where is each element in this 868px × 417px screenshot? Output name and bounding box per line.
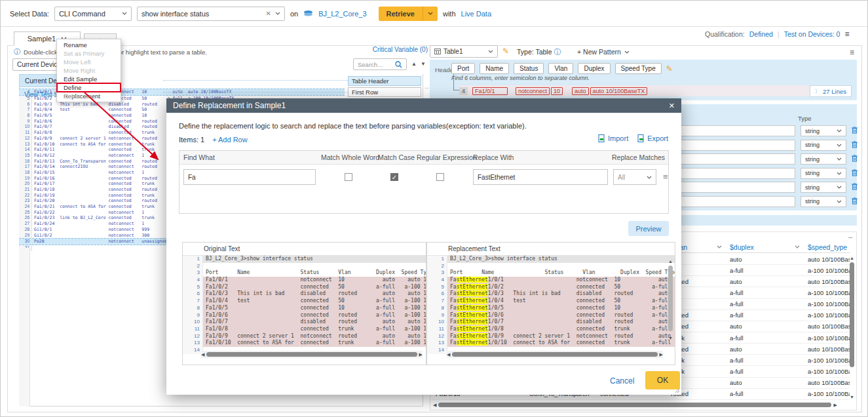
column-chip-vlan[interactable]: Vlan [548, 63, 573, 74]
variable-type-select[interactable]: string [801, 182, 846, 193]
panel-menu-icon[interactable]: ≡ [850, 48, 854, 57]
add-row-button[interactable]: + Add Row [212, 136, 248, 144]
drag-handle-icon[interactable]: ≡ [663, 172, 668, 182]
vertical-scrollbar[interactable] [668, 266, 673, 331]
code-line: 12FastEthernet1/0/9 connect 2 server 1 n… [427, 333, 675, 340]
scroll-left-icon[interactable]: ◀ [447, 352, 450, 357]
pattern-cell[interactable]: auto [572, 87, 589, 95]
retrieve-dropdown[interactable] [423, 7, 438, 21]
edit-columns-icon[interactable]: ✎ [666, 64, 673, 73]
cancel-button[interactable]: Cancel [610, 376, 634, 386]
line-number: 8 [427, 305, 447, 312]
delete-variable-icon[interactable] [852, 127, 858, 135]
select-data-label: Select Data: [10, 10, 49, 18]
scroll-right-icon[interactable]: ▶ [660, 352, 663, 357]
replace-matches-select[interactable]: All [613, 169, 656, 185]
regular-expression-checkbox[interactable] [436, 173, 444, 181]
variable-type-select[interactable]: string [801, 125, 846, 136]
scroll-right-icon[interactable]: ▶ [833, 403, 837, 408]
code-line: 8Fa1/0/5 connected 10 a-full a-100 10/10… [183, 305, 426, 312]
column-chip-name[interactable]: Name [480, 63, 509, 74]
lines-expander[interactable]: 〉 27 Lines [810, 85, 852, 97]
retrieve-button[interactable]: Retrieve [379, 7, 438, 21]
menu-item-edit-sample[interactable]: Edit Sample [57, 75, 121, 83]
variable-column-speed_type[interactable]: $speed_type [802, 243, 850, 251]
sort-down-icon[interactable]: ▼ [421, 61, 426, 67]
line-number: 25 [19, 210, 32, 216]
line-text: Fa1/0/2 connected 50 a-full a-100 10/100… [203, 284, 426, 291]
column-chip-status[interactable]: Status [514, 63, 544, 74]
pattern-sample-row[interactable]: 4 Fa1/0/1 notconnect 10 auto auto 10/100… [459, 85, 813, 96]
new-pattern-button[interactable]: + New Pattern [577, 48, 630, 56]
line-number: 24 [19, 204, 32, 210]
scroll-up-icon[interactable]: ▲ [850, 256, 854, 260]
match-whole-word-checkbox[interactable] [345, 173, 352, 181]
collapse-icon[interactable]: – [848, 233, 852, 241]
line-number: 11 [19, 130, 32, 136]
original-text-panel: Original Text 1BJ_L2_Core_3>show interfa… [182, 242, 426, 365]
pattern-cell[interactable]: Fa1/0/1 [472, 87, 508, 95]
data-type-select[interactable]: CLI Command [54, 7, 132, 21]
critical-variable-link[interactable]: Critical Variable (0) [360, 46, 428, 53]
live-data-link[interactable]: Live Data [461, 10, 491, 18]
column-chip-speed-type[interactable]: Speed Type [615, 63, 662, 74]
import-button[interactable]: Import [598, 134, 628, 142]
edit-table-icon[interactable]: ✎ [502, 47, 509, 56]
code-line: 13FastEthernet1/0/10 connect to ASA for … [427, 340, 675, 347]
table-selector[interactable]: Table1 [430, 45, 498, 58]
scroll-down-icon[interactable]: ▼ [850, 395, 854, 399]
export-button[interactable]: Export [637, 134, 668, 142]
sort-up-icon[interactable]: ▲ [411, 61, 417, 67]
find-what-input[interactable]: Fa [183, 169, 316, 185]
ok-button[interactable]: OK [645, 371, 680, 389]
scroll-right-icon[interactable]: ▶ [419, 352, 423, 357]
variable-type-select[interactable]: string [801, 196, 846, 207]
variable-type-select[interactable]: string [801, 140, 846, 151]
anchor-table-header[interactable]: Table Header [348, 76, 421, 86]
line-number: 3 [427, 269, 447, 277]
horizontal-scrollbar[interactable]: ◀ ▶ [201, 351, 423, 358]
variable-type-select[interactable]: string [801, 168, 846, 179]
scroll-down-icon[interactable]: ▼ [668, 336, 673, 340]
dialog-header[interactable]: Define Replacement in Sample1 ✕ [166, 98, 681, 113]
column-chip-port[interactable]: Port [451, 63, 475, 74]
menu-icon[interactable]: ≡ [844, 30, 849, 39]
variable-type-select[interactable]: string [801, 153, 846, 165]
horizontal-scrollbar[interactable]: ◀ ▶ [433, 401, 850, 408]
delete-variable-icon[interactable] [852, 155, 858, 163]
device-link[interactable]: BJ_L2_Core_3 [318, 10, 366, 18]
chevron-down-icon[interactable] [275, 12, 280, 15]
menu-item-rename[interactable]: Rename [57, 41, 121, 49]
column-chip-duplex[interactable]: Duplex [578, 63, 610, 74]
pattern-cell[interactable]: auto 10/100BaseTX [590, 87, 648, 95]
replace-with-input[interactable]: FastEthernet [473, 169, 608, 185]
import-export: Import Export [598, 134, 668, 142]
delete-variable-icon[interactable] [852, 183, 858, 191]
pattern-cell[interactable]: notconnect [516, 87, 550, 95]
code-line: 4Fa1/0/1 notconnect 10 auto auto 10/100B… [183, 277, 426, 284]
clear-icon[interactable]: ✕ [266, 10, 271, 17]
qualification-value[interactable]: Defined [749, 30, 773, 38]
variable-column-duplex[interactable]: $duplex [725, 243, 802, 251]
scroll-left-icon[interactable]: ◀ [201, 352, 204, 357]
pattern-cell[interactable]: 10 [551, 87, 563, 95]
delete-variable-icon[interactable] [852, 141, 858, 149]
code-line: 3Port Name Status Vlan Duplex Speed Type [183, 269, 426, 277]
close-icon[interactable]: ✕ [669, 102, 675, 110]
scroll-up-icon[interactable]: ▲ [668, 259, 673, 264]
search-input[interactable]: Search... [353, 58, 407, 70]
delete-variable-icon[interactable] [852, 197, 858, 206]
define-replacement-dialog: Define Replacement in Sample1 ✕ Define t… [166, 98, 681, 395]
info-icon[interactable]: ⓘ [554, 48, 561, 56]
menu-item-define-replacement[interactable]: Define Replacement [57, 83, 121, 92]
anchor-first-row[interactable]: First Row [348, 87, 421, 97]
match-case-checkbox[interactable]: ✓ [390, 173, 398, 181]
command-input[interactable]: show interface status ✕ [137, 7, 285, 21]
vertical-scrollbar[interactable] [850, 262, 854, 367]
horizontal-scrollbar[interactable]: ◀ ▶ [447, 351, 663, 358]
delete-variable-icon[interactable] [852, 169, 858, 178]
resize-handle[interactable] [674, 387, 680, 393]
scroll-left-icon[interactable]: ◀ [433, 403, 436, 408]
test-on-devices-link[interactable]: Test on Devices: 0 [784, 30, 840, 38]
preview-button[interactable]: Preview [628, 221, 669, 236]
